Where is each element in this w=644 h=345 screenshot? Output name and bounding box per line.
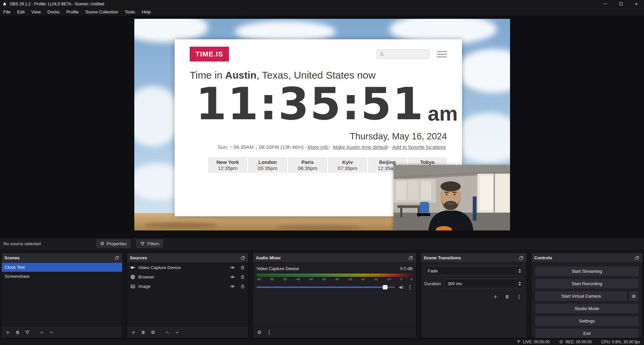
popout-icon[interactable] xyxy=(519,255,524,260)
mixer-toolbar: ⚙ ⋮ xyxy=(253,326,416,338)
move-source-down-button[interactable] xyxy=(173,328,181,337)
virtual-camera-config-button[interactable]: ⚙ xyxy=(629,291,639,301)
advanced-audio-button[interactable]: ⚙ xyxy=(255,328,264,337)
add-transition-button[interactable] xyxy=(491,293,500,301)
popout-icon[interactable] xyxy=(635,255,640,260)
lock-icon[interactable] xyxy=(240,284,245,289)
add-scene-button[interactable] xyxy=(4,328,12,337)
city-tile: New York12:35pm xyxy=(208,157,247,173)
volume-slider-handle[interactable] xyxy=(383,285,387,290)
filter-icon xyxy=(140,241,145,246)
move-scene-down-button[interactable] xyxy=(47,328,56,337)
source-item-image[interactable]: Image xyxy=(127,282,248,291)
add-source-button[interactable] xyxy=(129,328,138,337)
duration-spinbox[interactable]: 300 ms xyxy=(444,279,523,288)
spinner-arrows[interactable] xyxy=(516,279,523,288)
statusbar: LIVE: 00:00:00 REC: 00:00:00 CPU: 0.6%, … xyxy=(0,338,644,345)
start-virtual-camera-button[interactable]: Start Virtual Camera xyxy=(535,291,627,301)
speaker-mute-button[interactable] xyxy=(399,285,404,290)
move-source-up-button[interactable] xyxy=(163,328,172,337)
scene-item-clock-test[interactable]: Clock Test xyxy=(2,263,122,272)
popout-icon[interactable] xyxy=(408,255,413,260)
obs-logo-icon xyxy=(2,1,7,7)
date-text: Thursday, May 16, 2024 xyxy=(190,131,447,142)
webcam-source[interactable] xyxy=(394,165,510,230)
remove-scene-button[interactable] xyxy=(13,328,22,337)
properties-button[interactable]: ⚙ Properties xyxy=(96,239,131,248)
source-properties-button[interactable]: ⚙ xyxy=(149,328,157,337)
close-button[interactable]: × xyxy=(629,0,644,8)
sources-toolbar: ⚙ xyxy=(127,326,248,338)
chevron-down-icon xyxy=(175,330,180,335)
volume-slider[interactable] xyxy=(257,287,395,288)
maximize-button[interactable] xyxy=(613,0,629,8)
image-icon xyxy=(130,284,135,289)
preview-canvas[interactable]: TIME.IS Time in Austin, Texas, United St… xyxy=(134,19,510,230)
eye-icon[interactable] xyxy=(230,274,235,279)
clock-ampm: am xyxy=(428,103,458,124)
live-status: LIVE: 00:00:00 xyxy=(516,340,549,344)
sources-header: Sources xyxy=(127,253,248,263)
popout-icon[interactable] xyxy=(114,255,120,260)
studio-mode-button[interactable]: Studio Mode xyxy=(535,303,639,314)
kebab-icon: ⋮ xyxy=(516,294,522,300)
volume-meter xyxy=(257,274,413,276)
transition-select[interactable]: Fade xyxy=(424,266,523,275)
city-tile: Paris06:35pm xyxy=(288,157,327,173)
audio-mixer-panel: Audio Mixer Video Capture Device 0.0 dB … xyxy=(253,253,416,338)
menu-scene-collection[interactable]: Scene Collection xyxy=(82,8,122,16)
menu-docks[interactable]: Docks xyxy=(44,8,63,16)
minimize-button[interactable] xyxy=(598,0,613,8)
lock-icon[interactable] xyxy=(240,274,245,279)
select-arrows[interactable] xyxy=(516,266,523,275)
scene-transitions-body: Fade Duration 300 ms ⋮ xyxy=(421,263,526,338)
eye-icon[interactable] xyxy=(230,284,235,289)
menu-view[interactable]: View xyxy=(28,8,44,16)
popout-icon[interactable] xyxy=(240,255,245,260)
exit-button[interactable]: Exit xyxy=(535,328,639,338)
timeis-logo: TIME.IS xyxy=(190,47,229,61)
mixer-options-kebab[interactable]: ⋮ xyxy=(407,285,413,290)
trash-icon xyxy=(15,330,20,335)
plus-icon xyxy=(5,330,10,335)
mixer-channel-name: Video Capture Device xyxy=(257,266,299,271)
menu-edit[interactable]: Edit xyxy=(14,8,28,16)
audio-mixer-body: Video Capture Device 0.0 dB -60-55-50-45… xyxy=(253,263,416,326)
source-item-browser[interactable]: Browser xyxy=(127,272,248,282)
remove-transition-button[interactable] xyxy=(503,293,511,301)
mixer-menu-button[interactable]: ⋮ xyxy=(265,328,273,337)
more-info-link: More info xyxy=(308,144,329,150)
chevron-up-icon xyxy=(165,330,170,335)
recording-status-icon xyxy=(559,340,563,344)
scene-transitions-header: Scene Transitions xyxy=(421,253,526,263)
settings-button[interactable]: Settings xyxy=(535,316,639,326)
kebab-icon: ⋮ xyxy=(267,330,272,335)
chevron-down-icon xyxy=(49,330,54,335)
camera-icon xyxy=(130,265,135,270)
source-toolbar: No source selected ⚙ Properties Filters xyxy=(0,238,644,249)
gear-icon: ⚙ xyxy=(151,330,155,335)
scene-filters-button[interactable] xyxy=(23,328,32,337)
eye-icon[interactable] xyxy=(230,265,235,270)
scene-item-screenshare[interactable]: Screenshare xyxy=(2,272,122,281)
filters-button[interactable]: Filters xyxy=(136,239,164,248)
menu-tools[interactable]: Tools xyxy=(122,8,138,16)
start-streaming-button[interactable]: Start Streaming xyxy=(535,266,639,276)
menu-profile[interactable]: Profile xyxy=(63,8,82,16)
transition-menu-button[interactable]: ⋮ xyxy=(515,293,523,301)
duration-label: Duration xyxy=(424,281,441,286)
clock-row: 11:35:51 am xyxy=(196,82,447,126)
remove-source-button[interactable] xyxy=(139,328,147,337)
sources-panel: Sources Video Capture Device Browser xyxy=(127,253,248,338)
source-item-video-capture[interactable]: Video Capture Device xyxy=(127,263,248,272)
start-recording-button[interactable]: Start Recording xyxy=(535,278,639,289)
move-scene-up-button[interactable] xyxy=(38,328,46,337)
lock-icon[interactable] xyxy=(240,265,245,270)
menu-file[interactable]: File xyxy=(0,8,14,16)
cloud xyxy=(457,49,510,93)
scene-transitions-panel: Scene Transitions Fade Duration 300 ms xyxy=(421,253,527,338)
docks: Scenes Clock Test Screenshare Sources xyxy=(0,253,644,338)
menu-help[interactable]: Help xyxy=(138,8,154,16)
add-favorite-link: Add to favorite locations xyxy=(392,144,446,150)
plus-icon xyxy=(493,294,498,299)
